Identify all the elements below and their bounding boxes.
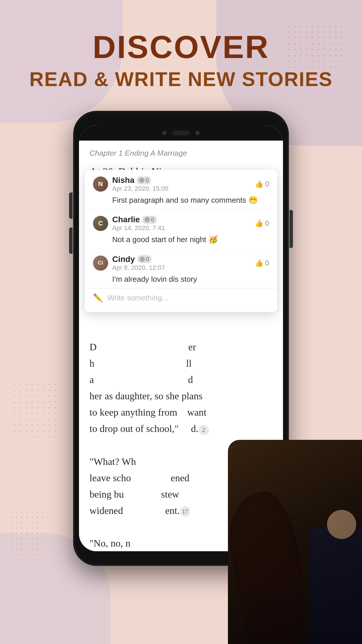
write-input-area[interactable]: ✏️ Write something... [85,288,277,307]
comment-charlie: C Charlie 0 Apr 14, 2020, 7:41 [85,209,277,249]
volume-up-button [69,192,73,219]
avatar-nisha: N [93,176,108,192]
badge-cindy: 0 [137,255,152,263]
thumbs-up-icon: 👍 [255,219,263,228]
power-button [289,210,293,248]
comment-text-nisha: First paragraph and so many comments 😁 [93,195,269,205]
avatar-cindy: Ci [93,256,108,271]
dots-pattern-bottom-left [12,382,58,440]
date-nisha: Apr 23, 2020, 15:05 [112,185,168,192]
badge-nisha: 0 [137,176,151,184]
avatar-charlie: C [93,216,108,231]
app-title: DISCOVER [0,29,362,64]
sensor [196,131,200,135]
username-cindy: Cindy [112,255,135,264]
header: DISCOVER READ & WRITE NEW STORIES [0,29,362,91]
comment-nisha: N Nisha 0 Apr 23, 2020, 15:05 [85,170,277,209]
comment-cindy: Ci Cindy 0 Apr 8, 2020, 12:07 [85,249,277,288]
couple-silhouette [228,440,362,644]
comment-text-cindy: I'm already lovin dis story [93,274,269,284]
chapter-header: Chapter 1 Ending A Marriage [79,141,283,161]
comment-text-charlie: Not a good start of her night 🥳 [93,234,269,245]
comment-popup: N Nisha 0 Apr 23, 2020, 15:05 [85,170,277,312]
couple-photo [228,440,362,644]
username-nisha: Nisha [112,176,134,185]
photo-sheen [228,440,362,644]
write-placeholder[interactable]: Write something... [107,293,168,302]
like-cindy[interactable]: 👍 0 [255,259,269,267]
app-subtitle: READ & WRITE NEW STORIES [0,67,362,91]
username-charlie: Charlie [112,215,140,224]
like-charlie[interactable]: 👍 0 [255,219,269,228]
dots-pattern-bottom-left2 [9,510,44,556]
date-cindy: Apr 8, 2020, 12:07 [112,264,165,272]
thumbs-up-icon: 👍 [255,259,263,267]
date-charlie: Apr 14, 2020, 7:41 [112,224,165,232]
badge-charlie: 0 [142,216,157,224]
speaker-grille [172,131,190,135]
pencil-icon: ✏️ [93,293,103,303]
volume-down-button [69,228,73,254]
thumbs-up-icon: 👍 [255,180,263,188]
like-nisha[interactable]: 👍 0 [255,180,269,188]
camera-lens [162,131,166,135]
